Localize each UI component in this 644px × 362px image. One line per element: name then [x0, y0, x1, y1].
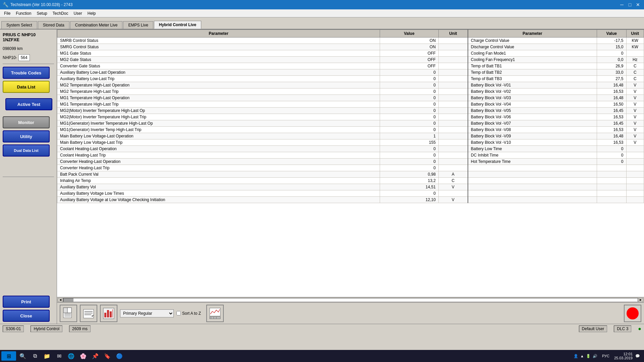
data-table-container[interactable]: Parameter Value Unit Parameter Value Uni…	[57, 29, 644, 297]
tab-emps-live[interactable]: EMPS Live	[123, 21, 153, 29]
menu-user[interactable]: User	[71, 10, 85, 16]
graph-button[interactable]	[206, 305, 224, 322]
tab-stored-data[interactable]: Stored Data	[38, 21, 69, 29]
right-param-cell: Temp of Batt TB1	[468, 63, 597, 69]
table-row: Coolant Heating-Last Trip 0 DC Inhibit T…	[57, 152, 644, 159]
taskbar-speaker-icon[interactable]: 🔊	[593, 354, 597, 358]
right-value-cell: 0,0	[597, 57, 626, 63]
right-unit-cell	[626, 171, 644, 178]
right-value-cell: 0	[597, 50, 626, 57]
right-param-cell: Battery Block Vol -V02	[468, 88, 597, 95]
task-view-icon[interactable]: ⧉	[30, 351, 40, 361]
close-button-sidebar[interactable]: Close	[3, 310, 50, 322]
monitor-button[interactable]: Monitor	[3, 116, 50, 128]
taskbar-network-icon[interactable]: ▲	[580, 354, 584, 358]
left-param-cell: Main Battery Low Voltage-Last Trip	[57, 139, 380, 146]
taskbar-system-icon[interactable]: 👤	[574, 354, 578, 358]
taskbar-notification-icon[interactable]: 💬	[635, 354, 640, 358]
toolbar-btn-2[interactable]	[80, 305, 97, 322]
menu-help[interactable]: Help	[85, 10, 99, 16]
status-timing: 2609 ms	[69, 325, 91, 332]
left-param-cell: Batt Pack Current Val	[57, 171, 380, 178]
right-value-cell: 33,0	[597, 69, 626, 76]
left-param-cell: MG1 Temperature High-Last Operation	[57, 95, 380, 101]
left-value-cell: 13,2	[380, 178, 438, 184]
app1-icon[interactable]: 🌐	[66, 351, 76, 361]
tab-system-select[interactable]: System Select	[1, 21, 37, 29]
app2-icon[interactable]: 🌸	[78, 351, 89, 361]
right-value-cell: 16,45	[597, 108, 626, 114]
right-value-cell: 16,53	[597, 114, 626, 120]
data-table: Parameter Value Unit Parameter Value Uni…	[57, 29, 644, 203]
right-unit-cell: Hz	[626, 57, 644, 63]
left-value-cell: ON	[380, 38, 438, 44]
left-param-cell: MG1(Generator) Inverter Temp High-Last T…	[57, 127, 380, 133]
left-param-cell: Converter Gate Status	[57, 63, 380, 69]
utility-button[interactable]: Utility	[3, 130, 50, 142]
dual-data-list-button[interactable]: Dual Data List	[3, 144, 50, 157]
left-value-cell: 12,10	[380, 197, 438, 203]
sort-checkbox[interactable]	[176, 311, 181, 315]
menu-function[interactable]: Function	[13, 10, 34, 16]
table-row: Auxiliary Battery Vol 14,51 V	[57, 184, 644, 190]
horizontal-scrollbar[interactable]: ◀ ▶	[57, 297, 644, 302]
table-row: SMRB Control Status ON Charge Control Va…	[57, 38, 644, 44]
tab-combination-meter-live[interactable]: Combination Meter Live	[70, 21, 123, 29]
app3-icon[interactable]: 📌	[90, 351, 101, 361]
right-unit-cell	[626, 184, 644, 190]
left-value-cell: 1	[380, 133, 438, 139]
right-value-cell: 16,53	[597, 127, 626, 133]
tab-hybrid-control-live[interactable]: Hybrid Control Live	[154, 21, 201, 29]
table-row: Auxiliary Battery Voltage at Low Voltage…	[57, 197, 644, 203]
toolbar-btn-3[interactable]	[100, 305, 117, 322]
record-button[interactable]	[624, 305, 641, 322]
data-list-button[interactable]: Data List	[3, 81, 50, 93]
table-row: Auxiliary Battery Voltage Low Times 0	[57, 190, 644, 197]
title-bar: 🔧 Techstream (Ver 10.00.028) - 2743 ─ □ …	[0, 0, 644, 9]
start-button[interactable]: ⊞	[1, 351, 16, 361]
minimize-button[interactable]: ─	[619, 1, 625, 8]
right-unit-cell	[626, 178, 644, 184]
left-param-cell: Converter Heating-Last Operation	[57, 159, 380, 165]
close-button[interactable]: ✕	[635, 1, 641, 8]
scrollbar-thumb[interactable]	[63, 298, 73, 302]
taskbar-time-area: 12:01 25.03.2019	[614, 352, 633, 360]
table-row: MG2 Gate Status OFF Cooling Fan Frequenc…	[57, 57, 644, 63]
left-unit-cell	[438, 133, 468, 139]
left-unit-cell	[438, 190, 468, 197]
search-taskbar-icon[interactable]: 🔍	[17, 351, 28, 361]
scroll-left-btn[interactable]: ◀	[58, 298, 63, 302]
right-unit-cell: KW	[626, 44, 644, 50]
left-param-cell: Auxiliary Battery Voltage at Low Voltage…	[57, 197, 380, 203]
vehicle-info: PRIUS C NHP10 1NZFXE 098099 km NHP10- 56…	[3, 32, 54, 61]
toolbar-btn-1[interactable]	[60, 305, 77, 322]
menu-techdoc[interactable]: TechDoc	[50, 10, 71, 16]
taskbar-icons-group: 👤 ▲ 🔋 🔊	[574, 354, 597, 358]
sort-label[interactable]: Sort A to Z	[182, 311, 201, 316]
menu-setup[interactable]: Setup	[34, 10, 50, 16]
right-unit-cell: V	[626, 108, 644, 114]
left-param-cell: MG1 Temperature High-Last Trip	[57, 101, 380, 108]
left-unit-cell: V	[438, 197, 468, 203]
active-test-button[interactable]: Active Test	[5, 98, 52, 110]
mail-icon[interactable]: ✉	[54, 351, 64, 361]
menu-file[interactable]: File	[1, 10, 13, 16]
right-param-cell: Battery Low Time	[468, 146, 597, 152]
app4-icon[interactable]: 🔖	[102, 351, 113, 361]
app-icon: 🔧	[3, 2, 8, 7]
file-explorer-icon[interactable]: 📁	[42, 351, 52, 361]
scrollbar-track[interactable]	[63, 298, 638, 302]
print-button[interactable]: Print	[3, 296, 50, 308]
right-unit-cell	[626, 50, 644, 57]
trouble-codes-button[interactable]: Trouble Codes	[3, 67, 50, 79]
left-param-cell: Main Battery Low Voltage-Last Operation	[57, 133, 380, 139]
right-unit-header: Unit	[626, 30, 644, 38]
taskbar-battery-icon[interactable]: 🔋	[586, 354, 591, 358]
maximize-button[interactable]: □	[627, 1, 633, 8]
mode-dropdown[interactable]: Primary Regular Secondary Tertiary	[120, 309, 174, 317]
scroll-right-btn[interactable]: ▶	[638, 298, 643, 302]
left-value-header: Value	[380, 30, 438, 38]
app5-icon[interactable]: 🔵	[114, 351, 125, 361]
left-value-cell: 0	[380, 101, 438, 108]
left-value-cell: 0	[380, 159, 438, 165]
